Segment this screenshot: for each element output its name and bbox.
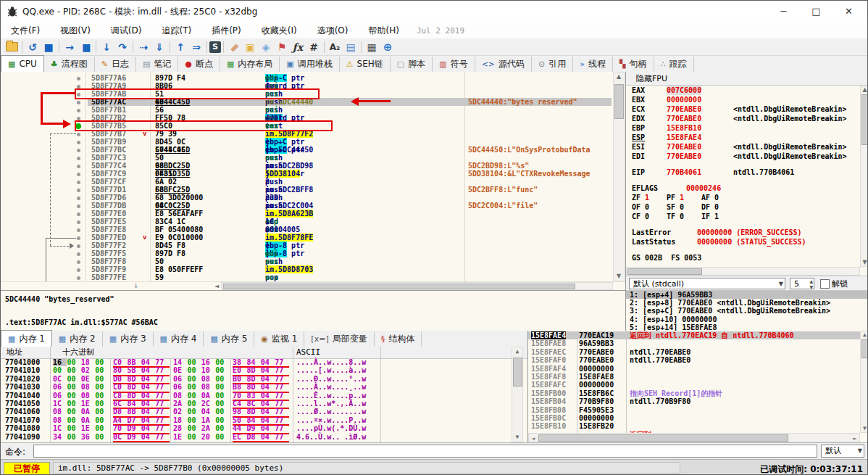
toolbar-restart-icon[interactable]: ↺: [25, 40, 41, 54]
disasm-row[interactable]: 5D8F77E583C4 1Cadd esp,1C: [1, 218, 613, 226]
register-line[interactable]: ESP15E8FAE4: [626, 133, 860, 142]
dump-tab-监视 1[interactable]: ◉监视 1: [254, 331, 304, 347]
register-line[interactable]: EIP770B4061ntdll.770B4061: [626, 168, 860, 177]
stack-hscrollbar[interactable]: ◄ ►: [528, 433, 860, 442]
call-argument-row[interactable]: 1: [esp+4] 96A59BB3: [626, 291, 868, 299]
register-line[interactable]: EDX770EABE0<ntdll.DbgUiRemoteBreakin>: [626, 114, 860, 123]
dump-row[interactable]: 7704106008000A00D88B047702000400988D0477…: [1, 408, 508, 416]
tab-日志[interactable]: ✎日志: [95, 57, 136, 72]
registers-vscrollbar[interactable]: ▲ ▼: [860, 86, 868, 267]
dump-tab-内存 4[interactable]: ▦内存 4: [154, 331, 204, 347]
close-button[interactable]: ✕: [832, 1, 865, 22]
stack-row[interactable]: 15E8FAFC00000000: [528, 381, 860, 389]
stepper-arrows-icon[interactable]: ▲▼: [809, 278, 813, 290]
menu-item[interactable]: 收藏夹(I): [251, 22, 307, 38]
tab-内存布局[interactable]: ▦内存布局: [220, 57, 280, 72]
register-line[interactable]: ZF1PF1AF0: [626, 193, 860, 202]
toolbar-step-over-icon[interactable]: ↷: [114, 40, 130, 54]
toolbar-font-icon[interactable]: A₂: [327, 40, 343, 54]
toolbar-step-out-icon[interactable]: ⇓: [151, 40, 167, 54]
disasm-row[interactable]: 5D8F77B156push esi: [1, 106, 613, 114]
toolbar-pause-icon[interactable]: ▮▮: [78, 40, 93, 54]
toolbar-skip-icon[interactable]: ⇢: [135, 40, 151, 54]
menu-item[interactable]: 插件(P): [201, 22, 251, 38]
toolbar-open-file-icon[interactable]: [4, 40, 20, 54]
command-profile-select[interactable]: 默认▼: [821, 445, 864, 458]
calling-convention-select[interactable]: 默认 (stdcall)▼: [629, 278, 785, 289]
dump-row[interactable]: 77041090340036000CD904771E002000ECD80477…: [1, 433, 508, 441]
dump-tab-内存 3[interactable]: ▦内存 3: [103, 331, 154, 347]
command-input[interactable]: [33, 445, 817, 458]
disasm-row[interactable]: 5D8F77B7v79 39jns im.5D8F77F2: [1, 130, 613, 138]
toolbar-calculator-icon[interactable]: ▦: [364, 40, 380, 54]
disasm-row[interactable]: 5D8F77A6897D F4mov dword ptr ss:[ebp-C],…: [1, 74, 613, 82]
registers-list[interactable]: EAX007C6000EBX00000000ECX770EABE0<ntdll.…: [626, 86, 860, 267]
tab-流程图[interactable]: ♣流程图: [44, 57, 95, 72]
disasm-row[interactable]: 5D8F77B2FF50 78call dword ptr ds:[eax+78…: [1, 114, 613, 122]
disasm-row[interactable]: 5D8F77F850push eax: [1, 257, 613, 265]
stack-row[interactable]: 15E8FAF815E8FAE8: [528, 373, 860, 381]
disasm-row[interactable]: 5D8F77C9FF35 0481D35Dpush dword ptr ds:[…: [1, 170, 613, 178]
disasm-row[interactable]: 5D8F77A98B06mov eax,dword ptr ds:[esi]: [1, 82, 613, 90]
dump-tab-内存 1[interactable]: ▦内存 1: [1, 330, 52, 347]
register-line[interactable]: OF0SF0DF0: [626, 202, 860, 212]
toolbar-scylla-icon[interactable]: S: [209, 41, 221, 53]
disasm-row[interactable]: 5D8F77EDvE9 0C010000jmp im.5D8F78FE: [1, 234, 613, 241]
disasm-row[interactable]: 5D8F77BCC745 0C 5044C45Dmov dword ptr ss…: [1, 146, 613, 154]
registers-hscrollbar[interactable]: [626, 267, 860, 276]
stack-vscrollbar[interactable]: ▲ ▼: [860, 331, 868, 433]
memory-dump-panel[interactable]: 地址 十六进制 ASCII 7704100016001800C08B047714…: [1, 347, 527, 442]
toolbar-globe-icon[interactable]: ⊕: [380, 40, 396, 54]
register-line[interactable]: EAX007C6000: [626, 86, 860, 95]
dump-tab-内存 2[interactable]: ▦内存 2: [52, 331, 103, 347]
menu-item[interactable]: 追踪(T): [151, 22, 201, 38]
disasm-row[interactable]: 5D8F77E8BF 05400080mov edi,80004005: [1, 226, 613, 234]
tab-断点[interactable]: ●断点: [178, 57, 220, 72]
menu-item[interactable]: 帮助(H): [358, 22, 409, 38]
tab-源代码[interactable]: <>源代码: [475, 57, 532, 72]
toolbar-log-device-icon[interactable]: ▤: [343, 40, 359, 54]
disasm-row[interactable]: 5D8F77C468 98BDC25Dpush im.5DC2BD985DC2B…: [1, 162, 613, 170]
register-line[interactable]: CF0TF0IF1: [626, 212, 860, 221]
disasm-row[interactable]: 5D8F77B585C0test eax,eax: [1, 122, 613, 130]
dump-row[interactable]: 7704104006000800C88D047708000A0070830477…: [1, 392, 508, 400]
stack-row[interactable]: 15E8FAF400000000: [528, 365, 860, 373]
disasm-row[interactable]: 5D8F77D168 F8BFC25Dpush im.5DC2BFF85DC2B…: [1, 186, 613, 194]
tab-笔记[interactable]: ▤笔记: [136, 57, 178, 72]
menu-item[interactable]: 调试(D): [101, 22, 152, 38]
register-line[interactable]: ECX770EABE0<ntdll.DbgUiRemoteBreakin>: [626, 104, 860, 114]
toolbar-run-to-user-code-icon[interactable]: ⇒: [188, 40, 204, 54]
call-argument-row[interactable]: 3: [esp+C] 770EABE0 <ntdll.DbgUiRemoteBr…: [626, 307, 868, 315]
unlock-checkbox[interactable]: [820, 279, 830, 289]
minimize-button[interactable]: ─: [767, 1, 800, 22]
register-line[interactable]: LastError00000000 (ERROR_SUCCESS): [626, 228, 860, 237]
menu-item[interactable]: 选项(O): [307, 22, 359, 38]
toolbar-bookmark-icon[interactable]: ⚑: [274, 40, 290, 54]
register-line[interactable]: LastStatus00000000 (STATUS_SUCCESS): [626, 237, 860, 247]
stack-row[interactable]: 15E8FB0C00000000: [528, 414, 860, 422]
stack-row[interactable]: 15E8FAE4770EAC19返回到 ntdll.770EAC19 自 ntd…: [528, 331, 860, 339]
breakpoint-dot[interactable]: [75, 123, 81, 129]
dump-row[interactable]: 7704103006000800C08D047706000800B88D0477…: [1, 383, 508, 391]
dump-tab-内存 5[interactable]: ▦内存 5: [204, 331, 254, 347]
hide-fpu-button[interactable]: 隐藏FPU: [626, 72, 868, 86]
toolbar-execute-till-return-icon[interactable]: ↑: [172, 40, 188, 54]
toolbar-stop-icon[interactable]: ■: [41, 40, 57, 54]
tab-跟踪[interactable]: ∴跟踪: [654, 57, 694, 72]
tab-符号[interactable]: ▥符号: [433, 57, 475, 72]
dump-row[interactable]: 770410501C001E006C8404772A002C00C48C0477…: [1, 400, 508, 408]
toolbar-step-into-icon[interactable]: ↓: [99, 40, 114, 54]
stack-row[interactable]: 15E8FAEC770EABE0ntdll.770EABE0: [528, 348, 860, 356]
tab-CPU[interactable]: ▦CPU: [1, 55, 44, 73]
stack-row[interactable]: 15E8FAE896A59BB3: [528, 339, 860, 347]
disasm-row[interactable]: 5D8F77F5897D F8mov dword ptr ss:[ebp-8],…: [1, 249, 613, 257]
dump-row[interactable]: 7704101000000200805B04770E001000E08D0477…: [1, 366, 508, 374]
dump-tab-局部变量[interactable]: [x=]局部变量: [304, 331, 374, 347]
toolbar-run-icon[interactable]: →: [62, 40, 78, 54]
register-line[interactable]: EBX00000000: [626, 95, 860, 104]
tab-引用[interactable]: ⊙引用: [532, 57, 573, 72]
dump-tab-结构体[interactable]: §结构体: [375, 331, 422, 347]
stack-row[interactable]: 15E8FB08F45905E3: [528, 406, 860, 414]
dump-row[interactable]: 770410200C000E00D08D047706000800B08D0477…: [1, 375, 508, 383]
disasm-row[interactable]: 5D8F77F28D45 F8lea eax,dword ptr ss:[ebp…: [1, 241, 613, 249]
